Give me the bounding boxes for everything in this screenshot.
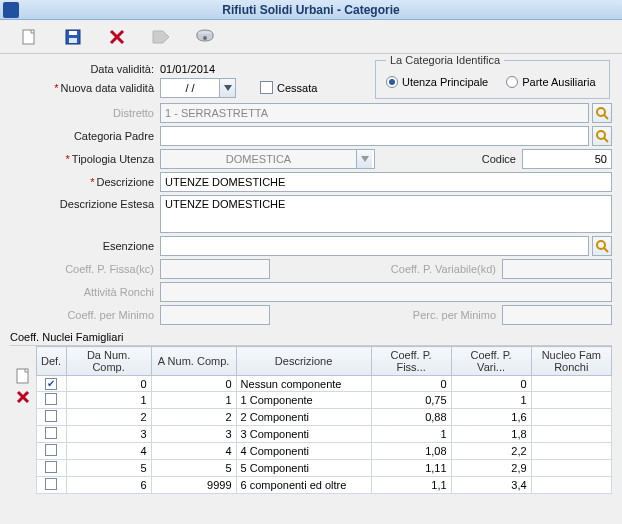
cessata-checkbox[interactable]: Cessata [260, 81, 317, 94]
table-row[interactable]: 00Nessun componente00 [36, 376, 611, 392]
cell-a[interactable]: 2 [151, 409, 236, 426]
categoria-padre-search-button[interactable] [592, 126, 612, 146]
codice-field[interactable] [522, 149, 612, 169]
nuova-data-input[interactable] [160, 78, 236, 98]
row-def-checkbox[interactable] [45, 427, 57, 439]
col-var[interactable]: Coeff. P. Vari... [451, 347, 531, 376]
delete-row-button[interactable] [16, 390, 30, 406]
col-a-num[interactable]: A Num. Comp. [151, 347, 236, 376]
row-def-checkbox[interactable] [45, 444, 57, 456]
cell-a[interactable]: 9999 [151, 477, 236, 494]
label-nuova-data: Nuova data validità [10, 82, 160, 94]
cell-descr[interactable]: 2 Componenti [236, 409, 371, 426]
cell-da[interactable]: 2 [66, 409, 151, 426]
cell-ronchi[interactable] [531, 409, 611, 426]
svg-point-12 [597, 131, 605, 139]
cell-ronchi[interactable] [531, 443, 611, 460]
table-row[interactable]: 699996 componenti ed oltre1,13,4 [36, 477, 611, 494]
cell-fiss[interactable]: 1,1 [371, 477, 451, 494]
add-row-button[interactable] [15, 368, 31, 386]
cell-descr[interactable]: 3 Componenti [236, 426, 371, 443]
cell-fiss[interactable]: 0,88 [371, 409, 451, 426]
nuova-data-field[interactable] [161, 79, 219, 97]
cell-a[interactable]: 4 [151, 443, 236, 460]
row-def-checkbox[interactable] [45, 393, 57, 405]
cell-ronchi[interactable] [531, 426, 611, 443]
cell-fiss[interactable]: 0 [371, 376, 451, 392]
cell-var[interactable]: 2,9 [451, 460, 531, 477]
col-descr[interactable]: Descrizione [236, 347, 371, 376]
row-def-checkbox[interactable] [45, 410, 57, 422]
delete-button[interactable] [106, 26, 128, 48]
col-ronchi[interactable]: Nucleo Fam Ronchi [531, 347, 611, 376]
cell-fiss[interactable]: 1 [371, 426, 451, 443]
nuova-data-dropdown[interactable] [219, 79, 235, 97]
cell-descr[interactable]: Nessun componente [236, 376, 371, 392]
table-row[interactable]: 222 Componenti0,881,6 [36, 409, 611, 426]
table-row[interactable]: 111 Componente0,751 [36, 392, 611, 409]
tipologia-combo[interactable] [160, 149, 375, 169]
label-data-validita: Data validità: [10, 63, 160, 75]
categoria-padre-field[interactable] [160, 126, 589, 146]
cell-da[interactable]: 0 [66, 376, 151, 392]
cell-da[interactable]: 5 [66, 460, 151, 477]
cell-ronchi[interactable] [531, 376, 611, 392]
col-fiss[interactable]: Coeff. P. Fiss... [371, 347, 451, 376]
cell-da[interactable]: 4 [66, 443, 151, 460]
col-da-num[interactable]: Da Num. Comp. [66, 347, 151, 376]
new-button[interactable] [18, 26, 40, 48]
camera-button[interactable] [194, 26, 216, 48]
cell-a[interactable]: 0 [151, 376, 236, 392]
radio-dot-icon [386, 76, 398, 88]
cell-descr[interactable]: 1 Componente [236, 392, 371, 409]
cell-da[interactable]: 6 [66, 477, 151, 494]
cell-descr[interactable]: 6 componenti ed oltre [236, 477, 371, 494]
cell-descr[interactable]: 4 Componenti [236, 443, 371, 460]
cell-var[interactable]: 1 [451, 392, 531, 409]
toolbar [0, 20, 622, 54]
distretto-search-button[interactable] [592, 103, 612, 123]
coeff-table[interactable]: Def. Da Num. Comp. A Num. Comp. Descrizi… [36, 346, 612, 494]
radio-dot-icon [506, 76, 518, 88]
svg-rect-3 [69, 38, 77, 43]
cell-a[interactable]: 1 [151, 392, 236, 409]
form-content: Data validità: 01/01/2014 Nuova data val… [0, 54, 622, 498]
radio-parte-ausiliaria[interactable]: Parte Ausiliaria [506, 76, 595, 88]
tipologia-dropdown[interactable] [356, 150, 372, 168]
coeff-fissa-field [160, 259, 270, 279]
cell-fiss[interactable]: 1,11 [371, 460, 451, 477]
table-row[interactable]: 555 Componenti1,112,9 [36, 460, 611, 477]
cell-ronchi[interactable] [531, 477, 611, 494]
cell-var[interactable]: 2,2 [451, 443, 531, 460]
cell-a[interactable]: 3 [151, 426, 236, 443]
coeff-variabile-field [502, 259, 612, 279]
table-row[interactable]: 333 Componenti11,8 [36, 426, 611, 443]
cell-ronchi[interactable] [531, 392, 611, 409]
cell-a[interactable]: 5 [151, 460, 236, 477]
descrizione-field[interactable] [160, 172, 612, 192]
cell-ronchi[interactable] [531, 460, 611, 477]
row-def-checkbox[interactable] [45, 378, 57, 390]
row-def-checkbox[interactable] [45, 461, 57, 473]
cell-fiss[interactable]: 1,08 [371, 443, 451, 460]
descr-estesa-field[interactable]: UTENZE DOMESTICHE [160, 195, 612, 233]
attivita-ronchi-field [160, 282, 612, 302]
cell-da[interactable]: 3 [66, 426, 151, 443]
radio-utenza-principale[interactable]: Utenza Principale [386, 76, 488, 88]
table-row[interactable]: 444 Componenti1,082,2 [36, 443, 611, 460]
svg-rect-0 [23, 30, 34, 44]
cell-var[interactable]: 0 [451, 376, 531, 392]
cell-var[interactable]: 1,6 [451, 409, 531, 426]
save-button[interactable] [62, 26, 84, 48]
svg-rect-2 [69, 31, 77, 35]
cell-fiss[interactable]: 0,75 [371, 392, 451, 409]
col-def[interactable]: Def. [36, 347, 66, 376]
esenzione-search-button[interactable] [592, 236, 612, 256]
cell-descr[interactable]: 5 Componenti [236, 460, 371, 477]
cell-da[interactable]: 1 [66, 392, 151, 409]
cell-var[interactable]: 1,8 [451, 426, 531, 443]
esenzione-field[interactable] [160, 236, 589, 256]
row-def-checkbox[interactable] [45, 478, 57, 490]
tag-button[interactable] [150, 26, 172, 48]
cell-var[interactable]: 3,4 [451, 477, 531, 494]
